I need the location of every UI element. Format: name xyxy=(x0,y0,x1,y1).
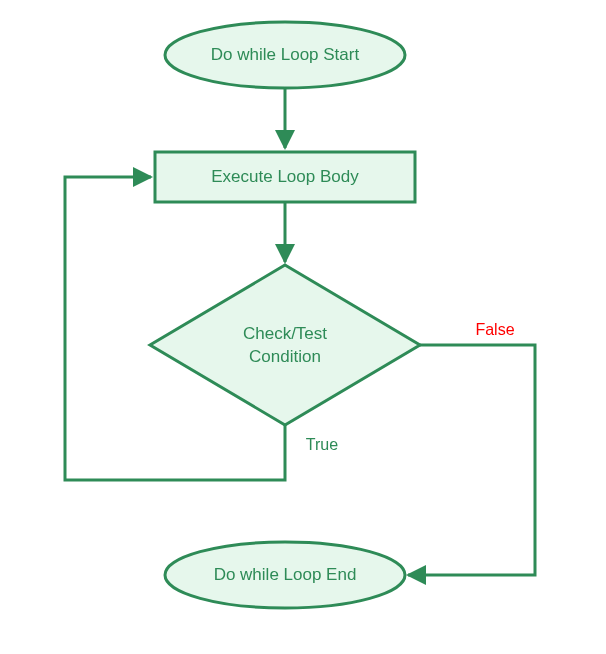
end-label: Do while Loop End xyxy=(214,565,357,584)
condition-label-1: Check/Test xyxy=(243,324,327,343)
start-label: Do while Loop Start xyxy=(211,45,360,64)
false-label: False xyxy=(475,321,514,338)
edge-false xyxy=(408,345,535,575)
condition-label-2: Condition xyxy=(249,347,321,366)
condition-node xyxy=(150,265,420,425)
true-label: True xyxy=(306,436,338,453)
body-label: Execute Loop Body xyxy=(211,167,359,186)
